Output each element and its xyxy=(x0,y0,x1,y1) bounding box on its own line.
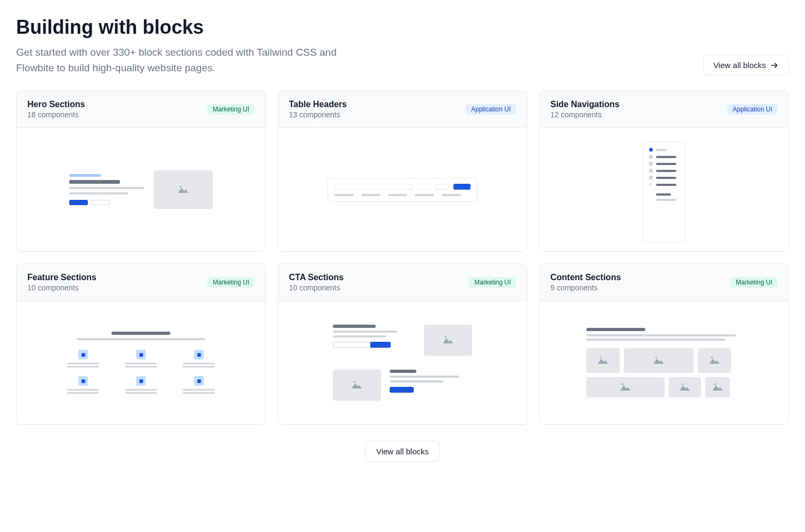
card-title: CTA Sections xyxy=(289,273,344,282)
page-subtitle: Get started with over 330+ block section… xyxy=(16,45,364,76)
svg-point-0 xyxy=(180,185,182,187)
image-icon xyxy=(620,382,631,393)
card-content-sections[interactable]: Content Sections 9 components Marketing … xyxy=(539,264,789,425)
image-icon xyxy=(178,184,189,196)
card-title: Feature Sections xyxy=(27,273,96,282)
card-feature-sections[interactable]: Feature Sections 10 components Marketing… xyxy=(16,264,266,425)
card-title: Side Navigations xyxy=(550,100,620,109)
svg-marker-13 xyxy=(620,385,630,391)
card-sub: 9 components xyxy=(550,283,621,292)
image-icon xyxy=(653,355,664,366)
image-icon xyxy=(709,355,720,366)
svg-marker-1 xyxy=(178,188,188,193)
svg-marker-9 xyxy=(653,358,664,364)
marketing-ui-badge: Marketing UI xyxy=(207,277,255,288)
card-preview xyxy=(540,301,788,424)
marketing-ui-badge: Marketing UI xyxy=(207,104,255,115)
svg-point-10 xyxy=(711,356,713,358)
feature-icon xyxy=(78,350,88,359)
card-title: Content Sections xyxy=(550,273,621,282)
image-icon xyxy=(352,380,362,391)
cards-grid: Hero Sections 18 components Marketing UI xyxy=(16,91,789,425)
application-ui-badge: Application UI xyxy=(466,104,516,115)
card-title: Table Headers xyxy=(289,100,347,109)
image-icon xyxy=(712,382,723,393)
card-preview xyxy=(17,301,265,424)
application-ui-badge: Application UI xyxy=(727,104,778,115)
feature-icon xyxy=(136,376,146,386)
card-preview xyxy=(17,128,265,251)
card-sub: 10 components xyxy=(289,283,344,292)
card-title: Hero Sections xyxy=(27,100,85,109)
view-all-blocks-button[interactable]: View all blocks xyxy=(703,55,789,76)
card-sub: 13 components xyxy=(289,110,347,119)
card-sub: 10 components xyxy=(27,283,96,292)
feature-icon xyxy=(136,350,146,359)
card-table-headers[interactable]: Table Headers 13 components Application … xyxy=(278,91,527,252)
page-title: Building with blocks xyxy=(16,16,364,39)
svg-marker-3 xyxy=(443,338,453,343)
image-icon xyxy=(680,382,690,393)
svg-point-8 xyxy=(655,356,657,358)
feature-icon xyxy=(78,376,88,386)
card-preview: + · · · · xyxy=(540,128,788,251)
svg-marker-7 xyxy=(598,358,608,364)
svg-marker-11 xyxy=(709,358,719,364)
card-hero-sections[interactable]: Hero Sections 18 components Marketing UI xyxy=(16,91,266,252)
card-preview xyxy=(278,301,527,424)
view-all-label: View all blocks xyxy=(376,447,429,456)
marketing-ui-badge: Marketing UI xyxy=(469,277,516,288)
svg-point-14 xyxy=(682,383,683,385)
card-cta-sections[interactable]: CTA Sections 10 components Marketing UI xyxy=(278,264,527,425)
marketing-ui-badge: Marketing UI xyxy=(731,277,778,288)
svg-point-6 xyxy=(600,356,601,358)
svg-point-16 xyxy=(714,383,716,385)
view-all-label: View all blocks xyxy=(713,61,766,70)
svg-marker-5 xyxy=(352,383,362,388)
svg-point-4 xyxy=(354,381,355,383)
image-icon xyxy=(598,355,608,366)
card-side-navigations[interactable]: Side Navigations 12 components Applicati… xyxy=(539,91,789,252)
view-all-blocks-footer-button[interactable]: View all blocks xyxy=(365,441,440,462)
card-preview xyxy=(278,128,527,251)
svg-point-2 xyxy=(445,336,446,338)
feature-icon xyxy=(194,376,204,386)
card-sub: 12 components xyxy=(550,110,620,119)
image-icon xyxy=(443,335,453,346)
svg-marker-17 xyxy=(712,385,722,391)
card-sub: 18 components xyxy=(27,110,85,119)
svg-marker-15 xyxy=(680,385,690,391)
feature-icon xyxy=(194,350,204,359)
arrow-right-icon xyxy=(770,61,779,70)
svg-point-12 xyxy=(622,383,624,385)
